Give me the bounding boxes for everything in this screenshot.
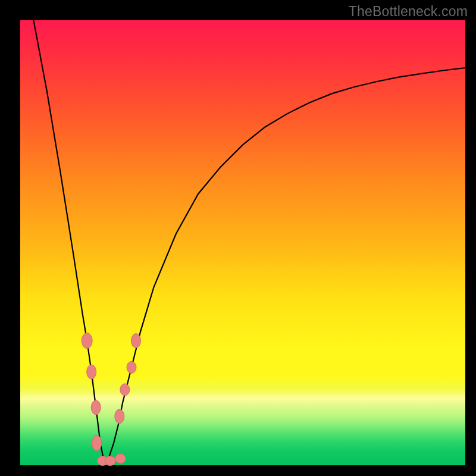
curve-marker [105, 456, 115, 466]
curve-marker [82, 333, 92, 349]
curve-marker [131, 334, 141, 348]
curve-marker [115, 454, 126, 464]
curve-markers [82, 333, 140, 466]
curve-marker [87, 365, 96, 379]
curve-marker [120, 384, 130, 396]
curve-marker [92, 436, 102, 451]
chart-svg [20, 20, 465, 465]
curve-marker [91, 400, 101, 415]
watermark-text: TheBottleneck.com [349, 4, 468, 20]
curve-marker [127, 361, 136, 373]
bottleneck-curve [20, 0, 465, 465]
curve-marker [115, 409, 124, 424]
chart-frame: TheBottleneck.com [0, 0, 476, 476]
